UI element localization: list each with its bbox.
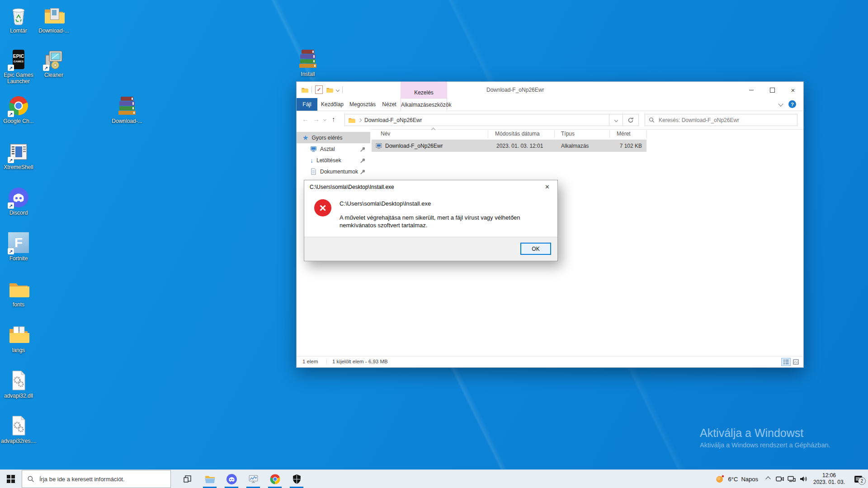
shortcut-arrow-icon: ↗ xyxy=(8,111,14,117)
clock-date: 2023. 01. 03. xyxy=(813,479,845,486)
back-button[interactable]: ← xyxy=(302,116,309,122)
explorer-search-input[interactable] xyxy=(658,117,797,124)
properties-icon[interactable]: ✓ xyxy=(315,85,323,94)
task-view-button[interactable] xyxy=(177,470,197,488)
sidebar-item-quick-access[interactable]: ★ Gyors elérés xyxy=(297,132,370,143)
folder-with-files-icon xyxy=(8,324,29,346)
up-button[interactable]: ↑ xyxy=(332,116,335,122)
desktop-icon-install[interactable]: Install xyxy=(290,48,326,77)
speaker-icon xyxy=(799,475,807,483)
column-header-name[interactable]: Név xyxy=(381,131,390,137)
winrar-archive-icon xyxy=(116,95,138,117)
meet-now-button[interactable] xyxy=(774,470,786,488)
desktop-icon-advapi32res[interactable]: advapi32res.... xyxy=(1,415,36,444)
close-icon: × xyxy=(791,87,795,94)
desktop-icon-label: Epic Games Launcher xyxy=(1,72,36,84)
minimize-icon xyxy=(749,90,754,90)
folder-icon xyxy=(43,5,65,26)
qat-customize-chevron-icon[interactable] xyxy=(336,88,340,91)
sidebar-item-downloads[interactable]: ↓ Letöltések xyxy=(297,155,370,166)
desktop-icon-download-folder[interactable]: Download-... xyxy=(36,5,71,34)
window-controls: × xyxy=(741,82,803,98)
help-button[interactable]: ? xyxy=(788,100,796,108)
column-divider[interactable] xyxy=(609,130,610,138)
desktop-icon-advapi32-dll[interactable]: advapi32.dll xyxy=(1,370,36,399)
start-button[interactable] xyxy=(0,470,22,488)
desktop-icon-langs[interactable]: langs xyxy=(1,324,36,353)
quick-access-toolbar: ✓ xyxy=(301,85,343,94)
sidebar-item-label: Letöltések xyxy=(316,157,341,164)
discord-icon xyxy=(226,474,237,485)
taskbar-discord[interactable] xyxy=(221,470,242,488)
taskbar-task-manager[interactable] xyxy=(242,470,264,488)
epic-games-icon: ↗ xyxy=(8,49,29,70)
column-header-date[interactable]: Módosítás dátuma xyxy=(495,131,540,137)
breadcrumb-path[interactable]: Download-F_oNp26Ewr xyxy=(364,117,422,123)
address-dropdown-button[interactable] xyxy=(609,114,623,126)
forward-button[interactable]: → xyxy=(313,116,320,122)
tab-home[interactable]: Kezdőlap xyxy=(317,98,347,111)
desktop-icon-google-chrome[interactable]: ↗ Google Ch... xyxy=(1,95,36,124)
maximize-button[interactable] xyxy=(762,82,783,98)
desktop-icon-discord[interactable]: ↗ Discord xyxy=(1,187,36,216)
network-button[interactable] xyxy=(786,470,797,488)
desktop-icon-cleaner[interactable]: ↗ Cleaner xyxy=(36,49,71,78)
tab-file[interactable]: Fájl xyxy=(297,98,317,111)
sun-icon xyxy=(715,474,725,484)
sidebar-item-desktop[interactable]: Asztal xyxy=(297,143,370,155)
dll-file-icon xyxy=(8,415,29,436)
minimize-button[interactable] xyxy=(741,82,762,98)
tab-share[interactable]: Megosztás xyxy=(347,98,378,111)
application-file-icon xyxy=(375,142,382,149)
refresh-button[interactable] xyxy=(623,114,639,126)
column-divider[interactable] xyxy=(488,130,488,138)
sidebar-item-documents[interactable]: Dokumentumok xyxy=(297,166,370,177)
tab-view[interactable]: Nézet xyxy=(378,98,401,111)
taskbar-chrome[interactable] xyxy=(264,470,286,488)
shortcut-arrow-icon: ↗ xyxy=(8,248,14,254)
close-button[interactable]: × xyxy=(783,82,803,98)
volume-button[interactable] xyxy=(797,470,809,488)
desktop-icon-xtremeshell[interactable]: ↗ XtremeShell xyxy=(1,141,36,170)
ribbon-tab-row: Fájl Kezdőlap Megosztás Nézet Alkalmazás… xyxy=(297,98,803,111)
desktop-icon-recycle-bin[interactable]: Lomtár xyxy=(1,5,36,34)
folder-icon xyxy=(8,278,29,300)
taskbar-search-input[interactable] xyxy=(38,475,170,483)
pin-icon xyxy=(359,169,366,175)
expand-ribbon-chevron-icon[interactable] xyxy=(778,101,783,106)
weather-widget[interactable]: 6°C Napos xyxy=(711,470,762,488)
taskbar-file-explorer[interactable] xyxy=(199,470,221,488)
column-divider[interactable] xyxy=(646,130,647,138)
dialog-close-button[interactable]: × xyxy=(537,180,557,194)
ok-button[interactable]: OK xyxy=(520,243,551,255)
action-center-button[interactable]: 2 xyxy=(849,470,867,488)
desktop-icon-fonts[interactable]: fonts xyxy=(1,278,36,308)
clock[interactable]: 12:06 2023. 01. 03. xyxy=(809,470,849,488)
activate-windows-watermark: Aktiválja a Windowst Aktiválja a Windows… xyxy=(700,427,830,449)
large-icons-view-button[interactable] xyxy=(791,358,801,366)
column-header-size[interactable]: Méret xyxy=(617,131,631,137)
desktop: Lomtár Download-... ↗ Epic Games Launche… xyxy=(0,0,868,488)
column-divider[interactable] xyxy=(554,130,555,138)
new-folder-icon[interactable] xyxy=(326,86,333,94)
tab-application-tools[interactable]: Alkalmazáseszközök xyxy=(401,98,447,111)
taskbar-search-box[interactable] xyxy=(22,470,171,488)
address-bar[interactable]: Download-F_oNp26Ewr xyxy=(344,114,609,126)
desktop-icon-label: Download-... xyxy=(36,28,71,34)
item-count: 1 elem xyxy=(302,359,318,364)
desktop-icon-download-archive[interactable]: Download-... xyxy=(109,95,145,124)
recent-locations-chevron-icon[interactable] xyxy=(323,118,326,121)
desktop-icon-fortnite[interactable]: F↗ Fortnite xyxy=(1,232,36,262)
discord-icon: ↗ xyxy=(8,187,29,208)
tray-overflow-button[interactable] xyxy=(762,470,774,488)
taskbar-defender[interactable] xyxy=(286,470,307,488)
explorer-search-box[interactable] xyxy=(645,114,797,126)
shortcut-arrow-icon: ↗ xyxy=(8,202,14,209)
desktop-icon-epic-games[interactable]: ↗ Epic Games Launcher xyxy=(1,49,36,84)
file-explorer-icon xyxy=(204,474,216,485)
folder-icon[interactable] xyxy=(301,86,308,94)
column-header-type[interactable]: Típus xyxy=(561,131,575,137)
details-view-button[interactable] xyxy=(781,358,791,366)
file-row-selected[interactable]: Download-F_oNp26Ewr 2023. 01. 03. 12:01 … xyxy=(372,140,646,152)
contextual-tab-header: Kezelés xyxy=(401,82,447,98)
